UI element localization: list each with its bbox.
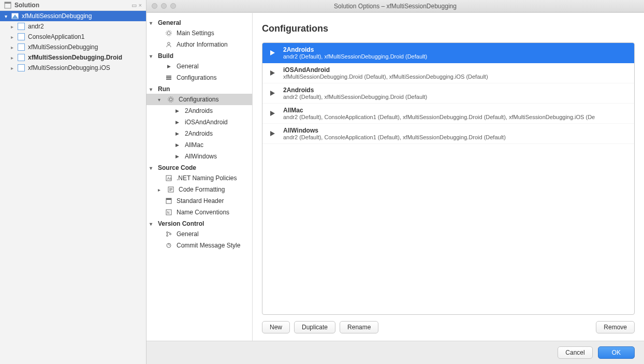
configuration-row[interactable]: iOSAndAndroidxfMultiSessionDebugging.Dro… [262,63,634,83]
branch-icon [165,231,172,237]
options-sidebar: ▾GeneralMain SettingsAuthor Information▾… [147,13,253,341]
project-label: xfMultiSessionDebugging.Droid [28,54,122,61]
project-row[interactable]: ▸andr2 [0,21,146,32]
play-icon [268,69,277,77]
play-icon: ▶ [173,154,181,159]
project-icon [18,64,25,71]
project-row[interactable]: ▸xfMultiSessionDebugging.iOS [0,63,146,73]
options-item[interactable]: Configurations [147,94,252,105]
options-item[interactable]: Author Information [147,39,252,50]
conv-icon: N [165,209,172,215]
options-group-label: General [158,19,181,26]
solution-root-label: xfMultiSessionDebugging [22,12,92,20]
options-item-label: Name Conventions [177,209,229,216]
rename-button[interactable]: Rename [340,321,378,333]
configuration-row[interactable]: 2Androidsandr2 (Default), xfMultiSession… [262,83,634,104]
chevron-right-icon[interactable]: ▸ [9,34,14,40]
play-icon: ▶ [165,64,172,69]
chevron-down-icon: ▾ [150,221,155,227]
options-dialog: Solution Options – xfMultiSessionDebuggi… [147,0,644,364]
options-item-label: Standard Header [177,197,224,205]
options-item-label: Author Information [177,41,228,48]
options-item[interactable]: Main Settings [147,27,252,39]
svg-point-22 [167,235,168,237]
options-item[interactable]: Aa.NET Naming Policies [147,172,252,184]
play-icon [268,130,277,137]
svg-point-21 [167,232,168,234]
dialog-titlebar: Solution Options – xfMultiSessionDebuggi… [147,0,644,12]
configuration-name: iOSAndAndroid [283,66,488,74]
options-item-label: Commit Message Style [177,242,240,249]
chevron-down-icon[interactable]: ▾ [3,13,8,19]
configuration-row[interactable]: AllWindowsandr2 (Default), ConsoleApplic… [262,124,634,144]
project-label: xfMultiSessionDebugging.iOS [28,64,110,71]
options-item[interactable]: General [147,228,252,240]
options-item[interactable]: NName Conventions [147,207,252,218]
dialog-title: Solution Options – xfMultiSessionDebuggi… [147,3,644,10]
options-item[interactable]: Commit Message Style [147,240,252,251]
window-close-button[interactable] [152,3,157,9]
chevron-down-icon: ▾ [150,165,155,171]
undock-icon[interactable]: ▭ [131,2,137,9]
options-item[interactable]: ▶General [147,61,252,72]
options-group[interactable]: ▾Build [147,50,252,61]
svg-rect-18 [166,198,171,200]
options-item[interactable]: Code Formatting [147,184,252,195]
remove-button[interactable]: Remove [596,321,635,333]
duplicate-button[interactable]: Duplicate [294,321,335,333]
options-subitem[interactable]: ▶AllWindows [147,151,252,162]
options-group[interactable]: ▾Version Control [147,218,252,228]
project-icon [18,33,25,40]
options-subitem[interactable]: ▶2Androids [147,105,252,117]
svg-rect-8 [166,79,171,80]
options-group[interactable]: ▾Source Code [147,162,252,172]
svg-point-4 [166,31,171,36]
cancel-button[interactable]: Cancel [558,346,592,359]
solution-tree: ▾ xfMultiSessionDebugging ▸andr2▸Console… [0,11,146,364]
options-subitem[interactable]: ▶2Androids [147,128,252,139]
solution-root[interactable]: ▾ xfMultiSessionDebugging [0,11,146,21]
solution-panel-title: Solution [14,2,39,9]
options-group-label: Run [158,85,170,93]
configurations-list[interactable]: 2Androidsandr2 (Default), xfMultiSession… [262,42,635,315]
svg-rect-7 [166,77,171,78]
options-group[interactable]: ▾General [147,17,252,27]
chevron-right-icon[interactable]: ▸ [9,24,14,30]
play-icon: ▶ [173,131,181,136]
chevron-right-icon[interactable]: ▸ [9,45,14,50]
project-row[interactable]: ▸ConsoleApplication1 [0,32,146,42]
play-icon: ▶ [173,142,181,148]
configuration-name: AllWindows [283,127,506,134]
chevron-down-icon: ▾ [150,20,155,26]
chevron-right-icon[interactable]: ▸ [9,55,14,61]
configuration-name: 2Androids [283,46,427,53]
chevron-right-icon[interactable]: ▸ [9,65,14,71]
options-subitem-label: AllWindows [185,153,217,160]
options-group[interactable]: ▾Run [147,83,252,94]
ok-button[interactable]: OK [598,346,635,359]
options-item-label: Configurations [179,96,218,103]
configuration-row[interactable]: AllMacandr2 (Default), ConsoleApplicatio… [262,104,634,124]
options-subitem[interactable]: ▶iOSAndAndroid [147,117,252,128]
solution-pad-icon [4,2,11,9]
options-group-label: Source Code [158,164,196,171]
configuration-desc: andr2 (Default), ConsoleApplication1 (De… [283,134,506,140]
project-label: ConsoleApplication1 [28,33,84,40]
configuration-row[interactable]: 2Androidsandr2 (Default), xfMultiSession… [262,43,634,63]
options-item-label: Configurations [177,74,216,81]
options-item-label: Code Formatting [179,186,225,193]
project-icon [18,43,25,51]
project-row[interactable]: ▸xfMultiSessionDebugging [0,42,146,52]
project-row[interactable]: ▸xfMultiSessionDebugging.Droid [0,52,146,63]
new-button[interactable]: New [262,321,290,333]
close-icon[interactable]: × [139,2,142,9]
options-item[interactable]: Configurations [147,72,252,83]
svg-rect-1 [5,2,11,4]
window-minimize-button[interactable] [161,3,167,9]
gear-icon [165,30,172,36]
project-label: xfMultiSessionDebugging [28,43,98,51]
options-subitem[interactable]: ▶AllMac [147,139,252,151]
format-icon [167,186,174,193]
window-zoom-button[interactable] [170,3,176,9]
options-item[interactable]: Standard Header [147,195,252,207]
